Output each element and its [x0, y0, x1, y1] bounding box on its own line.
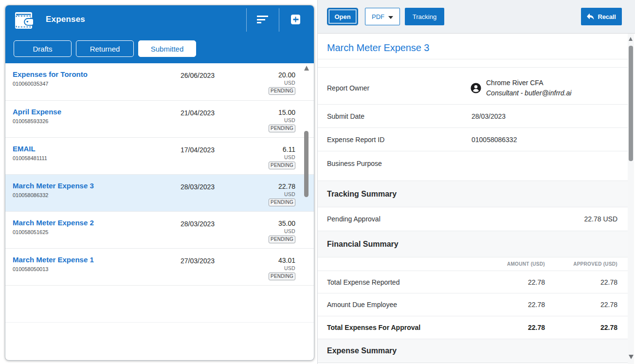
report-id: 010060035347 [13, 81, 295, 87]
tracking-summary-header: Tracking Summary [318, 181, 629, 207]
submit-date-value: 28/03/2023 [472, 112, 617, 120]
amount-column-header: AMOUNT (USD) [472, 261, 545, 267]
expense-tabs: DraftsReturnedSubmitted [14, 40, 196, 57]
report-amount: 43.01 [269, 257, 295, 264]
reply-arrow-icon [587, 14, 594, 20]
report-list-item[interactable]: March Meter Expense 101005805001327/03/2… [5, 249, 314, 286]
add-expense-button[interactable] [291, 15, 300, 24]
financial-rows: Total Expense Reported22.7822.78Amount D… [318, 271, 629, 339]
report-amount: 20.00 [269, 72, 295, 79]
report-date: 21/04/2023 [151, 109, 244, 117]
business-purpose-row: Business Purpose [318, 151, 629, 181]
report-owner-label: Report Owner [327, 84, 472, 92]
report-currency: USD [269, 191, 295, 197]
report-title-block: March Meter Expense 3 [318, 34, 629, 59]
report-currency: USD [269, 265, 295, 271]
plus-icon [293, 17, 298, 22]
financial-approved: 22.78 [545, 301, 617, 309]
detail-toolbar: Open PDF Tracking Recall [318, 0, 635, 34]
tab-submitted[interactable]: Submitted [138, 40, 196, 57]
financial-row-label: Total Expense Reported [327, 278, 472, 286]
scroll-up-arrow[interactable] [629, 37, 633, 41]
empty-list-row [5, 286, 314, 323]
tracking-button[interactable]: Tracking [405, 8, 444, 25]
report-date: 27/03/2023 [151, 257, 244, 265]
open-button[interactable]: Open [327, 8, 358, 25]
status-badge: PENDING [269, 199, 295, 206]
status-badge: PENDING [269, 236, 295, 243]
financial-row-label: Total Expenses For Approval [327, 324, 472, 331]
report-list: Expenses for Toronto01006003534726/06/20… [5, 63, 314, 323]
expense-report-id-value: 010058086332 [472, 136, 617, 144]
report-owner-row: Report Owner Chrome River CFA Consultant… [318, 67, 629, 105]
status-badge: PENDING [269, 162, 295, 169]
tab-returned[interactable]: Returned [76, 40, 134, 57]
status-badge: PENDING [269, 125, 295, 132]
expense-report-id-label: Expense Report ID [327, 136, 472, 144]
report-currency: USD [269, 117, 295, 123]
report-id: 010058481111 [13, 155, 295, 161]
report-list-item[interactable]: EMAIL01005848111117/04/20236.11USDPENDIN… [5, 138, 314, 175]
report-id: 010058051625 [13, 229, 295, 235]
report-currency: USD [269, 228, 295, 234]
header-divider [279, 8, 279, 32]
chevron-down-icon [388, 16, 393, 19]
report-date: 26/06/2023 [151, 72, 244, 79]
list-scroll-up-arrow[interactable] [304, 66, 309, 71]
financial-row: Amount Due Employee22.7822.78 [318, 293, 629, 316]
report-date: 28/03/2023 [151, 220, 244, 228]
financial-amount: 22.78 [472, 301, 545, 309]
report-currency: USD [269, 154, 295, 160]
submit-date-row: Submit Date 28/03/2023 [318, 105, 629, 128]
expenses-panel-header: Expenses DraftsReturnedSubmitted [5, 5, 314, 63]
status-badge: PENDING [269, 87, 295, 95]
financial-columns-header: AMOUNT (USD) APPROVED (USD) [318, 257, 629, 271]
financial-approved: 22.78 [545, 324, 617, 331]
sort-button[interactable] [252, 11, 274, 31]
header-divider [246, 8, 247, 32]
report-currency: USD [269, 80, 295, 86]
status-badge: PENDING [269, 273, 295, 280]
financial-approved: 22.78 [545, 278, 617, 286]
recall-label: Recall [598, 13, 616, 20]
wallet-icon [15, 12, 33, 29]
financial-summary-title: Financial Summary [327, 240, 399, 249]
expense-summary-header: Expense Summary [318, 339, 629, 363]
report-detail-panel: Open PDF Tracking Recall March Meter Exp… [317, 0, 635, 364]
expense-summary-title: Expense Summary [327, 346, 397, 355]
expenses-header-top: Expenses [5, 5, 314, 38]
report-amount: 15.00 [269, 109, 295, 116]
approved-column-header: APPROVED (USD) [545, 261, 617, 267]
pdf-label: PDF [372, 13, 384, 20]
pending-approval-label: Pending Approval [327, 215, 381, 223]
report-list-item[interactable]: March Meter Expense 201005805162528/03/2… [5, 212, 314, 249]
financial-row: Total Expenses For Approval22.7822.78 [318, 316, 629, 339]
submit-date-label: Submit Date [327, 112, 472, 120]
pending-approval-value: 22.78 USD [584, 215, 617, 223]
report-date: 28/03/2023 [151, 183, 244, 191]
report-detail-content: March Meter Expense 3 Report Owner Chrom… [318, 34, 629, 363]
user-avatar-icon [471, 83, 481, 93]
report-amount: 35.00 [269, 220, 295, 227]
spacer [318, 59, 629, 67]
list-scrollbar-thumb[interactable] [304, 131, 308, 197]
expense-report-id-row: Expense Report ID 010058086332 [318, 128, 629, 151]
detail-scrollbar-thumb[interactable] [629, 46, 633, 161]
financial-amount: 22.78 [472, 278, 545, 286]
financial-amount: 22.78 [472, 324, 545, 331]
tab-drafts[interactable]: Drafts [14, 40, 72, 57]
sort-lines-icon [257, 16, 269, 25]
scroll-down-arrow[interactable] [629, 355, 634, 359]
page-title: Expenses [46, 15, 85, 24]
report-date: 17/04/2023 [151, 146, 244, 154]
report-list-item[interactable]: March Meter Expense 301005808633228/03/2… [5, 175, 314, 212]
report-list-item[interactable]: April Expense01005859332621/04/202315.00… [5, 101, 314, 138]
pdf-dropdown-button[interactable]: PDF [365, 8, 400, 25]
report-id: 010058086332 [13, 192, 295, 198]
report-owner-name: Chrome River CFA [486, 79, 543, 87]
financial-row: Total Expense Reported22.7822.78 [318, 271, 629, 293]
report-list-item[interactable]: Expenses for Toronto01006003534726/06/20… [5, 63, 314, 101]
recall-button[interactable]: Recall [581, 8, 622, 25]
pending-approval-row: Pending Approval 22.78 USD [318, 207, 629, 231]
detail-scrollbar[interactable] [628, 34, 634, 364]
